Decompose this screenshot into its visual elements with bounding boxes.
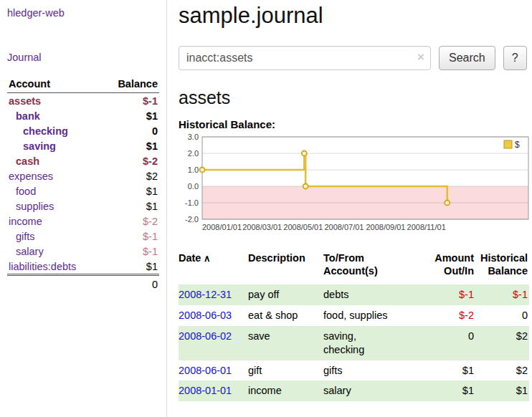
description-cell: save (248, 326, 323, 360)
register-row: 2008-06-01giftgifts$1$2 (179, 360, 529, 381)
sort-ascending-icon[interactable]: ∧ (201, 253, 210, 264)
page-title: sample.journal (179, 3, 531, 29)
accounts-header-balance: Balance (102, 76, 159, 93)
account-heading: assets (179, 87, 531, 108)
account-row: supplies$1 (7, 198, 159, 214)
account-link[interactable]: supplies (16, 201, 54, 212)
balance-cell: $1 (475, 380, 529, 401)
account-balance: $1 (102, 183, 159, 198)
svg-text:1.0: 1.0 (188, 166, 199, 174)
account-link[interactable]: food (16, 186, 36, 197)
account-row: expenses$2 (7, 168, 159, 183)
account-balance: $1 (102, 198, 159, 214)
date-link[interactable]: 2008-12-31 (179, 289, 232, 300)
balance-cell: 0 (475, 305, 529, 326)
register-row: 2008-06-03eat & shopfood, supplies$-20 (179, 305, 529, 326)
account-link[interactable]: assets (9, 95, 41, 107)
svg-text:0.0: 0.0 (188, 182, 199, 191)
legend-swatch (504, 140, 512, 148)
accounts-total-balance: 0 (102, 275, 159, 292)
main-content: sample.journal × Search ? assets Histori… (167, 0, 532, 417)
journal-link[interactable]: Journal (7, 52, 159, 63)
balance-cell: $-1 (475, 284, 529, 305)
column-header-label: Date (179, 252, 201, 264)
account-row: checking0 (7, 123, 159, 138)
app-title-link[interactable]: hledger-web (7, 7, 159, 19)
clear-search-icon[interactable]: × (417, 50, 424, 64)
search-input[interactable] (179, 46, 431, 70)
svg-text:2008/03/01: 2008/03/01 (242, 223, 282, 231)
amount-cell: $1 (431, 380, 475, 401)
date-link[interactable]: 2008-06-03 (179, 310, 232, 321)
sidebar: hledger-web Journal Account Balance asse… (0, 0, 167, 417)
search-box: × (179, 46, 431, 70)
balance-chart-container: 3.02.01.00.0-1.0-2.02008/01/012008/03/01… (179, 133, 531, 243)
balance-chart: 3.02.01.00.0-1.0-2.02008/01/012008/03/01… (179, 133, 531, 241)
account-balance: $1 (102, 108, 159, 123)
app-window: hledger-web Journal Account Balance asse… (0, 0, 532, 417)
account-row: income$-2 (7, 214, 159, 229)
account-balance: 0 (102, 123, 159, 138)
svg-text:3.0: 3.0 (188, 133, 199, 141)
register-table: Date ∧DescriptionTo/From Account(s)Amoun… (179, 250, 529, 401)
account-link[interactable]: saving (23, 140, 56, 152)
amount-cell: $1 (431, 360, 475, 381)
accounts-header-account: Account (7, 76, 102, 93)
search-form: × Search ? (179, 46, 531, 70)
accounts-cell: food, supplies (323, 305, 431, 326)
column-header-label: Amount Out/In (434, 252, 474, 277)
account-row: bank$1 (7, 108, 159, 123)
account-row: gifts$-1 (7, 229, 159, 244)
account-link[interactable]: bank (16, 110, 40, 122)
date-link[interactable]: 2008-06-02 (179, 330, 232, 342)
accounts-cell: debts (323, 284, 431, 305)
column-header-label: Historical Balance (480, 252, 528, 277)
register-row: 2008-01-01incomesalary$1$1 (179, 380, 529, 401)
balance-cell: $2 (475, 326, 529, 360)
account-balance: $1 (102, 259, 159, 275)
description-cell: income (248, 380, 323, 401)
date-link[interactable]: 2008-01-01 (179, 385, 232, 396)
svg-text:-1.0: -1.0 (185, 198, 199, 207)
account-link[interactable]: salary (16, 246, 44, 257)
account-link[interactable]: expenses (9, 171, 53, 182)
account-row: cash$-2 (7, 153, 159, 168)
register-table-body: 2008-12-31pay offdebts$-1$-12008-06-03ea… (179, 284, 529, 401)
svg-text:2008/01/01: 2008/01/01 (202, 223, 242, 231)
balance-cell: $2 (475, 360, 529, 381)
amount-cell: $-1 (431, 284, 475, 305)
svg-text:2008/07/01: 2008/07/01 (324, 223, 364, 231)
register-row: 2008-06-02savesaving, checking0$2 (179, 326, 529, 360)
accounts-header-row: Account Balance (7, 76, 159, 93)
data-point-marker (200, 168, 205, 173)
account-row: saving$1 (7, 138, 159, 153)
account-balance: $1 (102, 138, 159, 153)
register-column-header[interactable]: Date ∧ (179, 250, 248, 284)
svg-text:-2.0: -2.0 (185, 215, 199, 224)
account-link[interactable]: liabilities:debts (9, 261, 76, 272)
account-row: assets$-1 (7, 93, 159, 109)
svg-text:2008/05/01: 2008/05/01 (283, 223, 323, 231)
account-balance: $-1 (102, 244, 159, 259)
account-link[interactable]: checking (23, 125, 68, 137)
account-link[interactable]: gifts (16, 231, 35, 242)
search-button[interactable]: Search (439, 46, 495, 70)
account-row: food$1 (7, 183, 159, 198)
account-balance: $-1 (102, 229, 159, 244)
account-link[interactable]: income (9, 216, 42, 227)
account-link[interactable]: cash (16, 155, 39, 167)
accounts-total-row: 0 (7, 275, 159, 292)
date-link[interactable]: 2008-06-01 (179, 365, 232, 376)
description-cell: gift (248, 360, 323, 381)
legend-label: $ (515, 140, 520, 150)
data-point-marker (445, 201, 450, 206)
column-header-label: Description (248, 252, 305, 264)
description-cell: eat & shop (248, 305, 323, 326)
register-header-row: Date ∧DescriptionTo/From Account(s)Amoun… (179, 250, 529, 284)
account-row: salary$-1 (7, 244, 159, 259)
column-header-label: To/From Account(s) (323, 252, 378, 277)
account-balance: $-2 (102, 153, 159, 168)
register-column-header: Description (248, 250, 323, 284)
data-point-marker (302, 151, 307, 156)
help-button[interactable]: ? (503, 46, 527, 70)
